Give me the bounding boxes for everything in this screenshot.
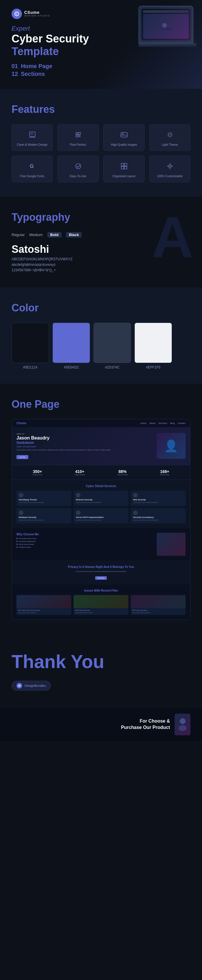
logo-name: CSume xyxy=(24,10,50,15)
preview-service-icon-6 xyxy=(133,511,138,515)
feature-card-3: High-Quality Images xyxy=(103,124,145,151)
preview-why-item-4: Incididunt ut labore xyxy=(16,546,154,548)
font-uppercase: ABCDEFGHIJKLMNOPQRSTUVWXYZ xyxy=(11,256,191,262)
page-preview: CSume Home About Services Blog Contact H… xyxy=(11,419,191,620)
feature-label-1: Clean & Modern Design xyxy=(17,143,47,146)
thankyou-title: Thank You xyxy=(11,652,191,672)
why-label-4: Incididunt ut labore xyxy=(19,546,31,548)
swatch-box-4 xyxy=(134,323,172,363)
preview-service-desc-2: Lorem ipsum dolor sit amet consectetur xyxy=(76,501,126,504)
preview-logo: CSume xyxy=(16,422,26,425)
svg-rect-1 xyxy=(160,28,172,30)
preview-services-title: Cyber Shield Services xyxy=(16,485,186,488)
swatch-label-2: #5E6AD2 xyxy=(64,365,78,369)
preview-issue-img-1 xyxy=(16,595,71,608)
preview-issue-desc-1: Lorem ipsum dolor sit amet... xyxy=(18,612,70,614)
preview-hero-text: Hello I'm Jason Beaudry Saskatoon Cyber … xyxy=(16,433,153,459)
preview-issue-img-2 xyxy=(73,595,129,608)
footer-avatar xyxy=(175,714,191,735)
hero-stat2-num: 12 xyxy=(11,71,18,77)
preview-hero-image xyxy=(157,433,186,459)
svg-line-19 xyxy=(168,136,169,137)
footer-section: For Choose & Purchase Our Product xyxy=(0,708,202,741)
hero-content: Expert Cyber Security Template 01 Home P… xyxy=(11,25,110,77)
preview-service-name-4: Database Security xyxy=(19,516,69,518)
preview-hero: Hello I'm Jason Beaudry Saskatoon Cyber … xyxy=(12,427,190,465)
swatch-label-4: #EFF1F5 xyxy=(146,365,161,369)
font-name: Satoshi xyxy=(11,243,191,255)
color-swatch-2: #5E6AD2 xyxy=(52,323,90,369)
swatch-label-1: #0D111A xyxy=(23,365,38,369)
preview-stat2-label: Happy Clients xyxy=(75,474,85,476)
features-grid: Clean & Modern Design Pixel Perfect xyxy=(11,124,191,182)
svg-line-16 xyxy=(168,133,169,133)
feature-card-8: 100% Customizable xyxy=(149,156,191,182)
svg-point-27 xyxy=(169,165,170,167)
feature-card-1: Clean & Modern Design xyxy=(11,124,53,151)
preview-stat-4: 168+ Awards Won xyxy=(160,469,170,476)
preview-why-item-3: Sed do eiusmod tempor xyxy=(16,543,154,545)
hero-title: Cyber Security xyxy=(11,33,110,45)
preview-service-desc-1: Lorem ipsum dolor sit amet consectetur xyxy=(19,501,69,504)
easy-to-use-icon xyxy=(73,161,83,172)
feature-card-2: Pixel Perfect xyxy=(57,124,99,151)
preview-service-5: Secure Wi-Fi Implementation Lorem ipsum … xyxy=(73,508,129,523)
feature-label-7: Organised Layout xyxy=(113,174,135,178)
designbundle-badge: DesignBundles xyxy=(11,681,51,690)
laptop-screen-content xyxy=(142,9,191,40)
organised-layout-icon xyxy=(119,161,129,172)
preview-service-desc-4: Lorem ipsum dolor sit amet consectetur xyxy=(19,519,69,521)
preview-stat-3: 88% Success Rate xyxy=(117,469,128,476)
preview-issues-title: Issues With Recent Files xyxy=(16,589,186,592)
light-theme-icon xyxy=(165,130,175,140)
preview-stat4-label: Awards Won xyxy=(160,474,170,476)
onepage-section: One Page CSume Home About Services Blog … xyxy=(0,384,202,634)
footer-cta-line1: For Choose & xyxy=(121,718,170,724)
svg-rect-8 xyxy=(78,135,81,137)
color-section: Color #0D111A #5E6AD2 #2D374C #EFF1F5 xyxy=(0,288,202,384)
preview-stat1-label: Project Done xyxy=(32,474,43,476)
feature-label-4: Light Theme xyxy=(162,143,178,146)
svg-line-18 xyxy=(172,133,172,133)
preview-stat1-num: 350+ xyxy=(32,469,43,474)
preview-service-name-6: Security Consultancy xyxy=(133,516,183,518)
preview-privacy-btn: Read More xyxy=(95,576,107,580)
hero-stat-2: 12 Sections xyxy=(11,71,110,77)
hero-stat1-label: Home Page xyxy=(21,63,52,69)
svg-line-17 xyxy=(172,136,172,137)
preview-stat2-num: 410+ xyxy=(75,469,85,474)
hero-stat-1: 01 Home Page xyxy=(11,63,110,70)
preview-nav-contact: Contact xyxy=(178,422,186,425)
preview-service-icon-4 xyxy=(19,511,23,515)
weight-bold: Bold xyxy=(47,232,62,237)
why-dot-1 xyxy=(16,538,17,539)
logo-text: CSume DESIGN STUDIO xyxy=(24,10,50,18)
clean-design-icon xyxy=(27,130,38,140)
preview-issues: Issues With Recent Files GPT Hack Securi… xyxy=(12,584,190,620)
svg-point-21 xyxy=(76,164,81,169)
svg-rect-23 xyxy=(124,163,127,166)
svg-rect-5 xyxy=(76,132,78,134)
preview-header: CSume Home About Services Blog Contact xyxy=(12,419,190,427)
customizable-icon xyxy=(165,161,175,172)
svg-point-30 xyxy=(179,725,187,731)
feature-card-5: G Free Google Fonts xyxy=(11,156,53,182)
preview-stat-1: 350+ Project Done xyxy=(32,469,43,476)
feature-label-8: 100% Customizable xyxy=(157,174,183,178)
feature-card-7: Organised Layout xyxy=(103,156,145,182)
preview-issue-body-1: GPT Hack Security System Lorem ipsum dol… xyxy=(16,608,71,615)
feature-label-6: Easy-To-Use xyxy=(70,174,86,178)
svg-rect-25 xyxy=(124,167,127,169)
preview-stats: 350+ Project Done 410+ Happy Clients 88%… xyxy=(12,465,190,480)
preview-services-grid: Identifying Threats Lorem ipsum dolor si… xyxy=(16,491,186,523)
laptop-screen-bar xyxy=(143,10,189,13)
preview-service-1: Identifying Threats Lorem ipsum dolor si… xyxy=(16,491,71,506)
preview-nav: Home About Services Blog Contact xyxy=(140,422,186,425)
color-swatch-3: #2D374C xyxy=(94,323,131,369)
preview-privacy-desc: Lorem ipsum dolor sit amet, consectetur … xyxy=(16,571,186,572)
preview-services: Cyber Shield Services Identifying Threat… xyxy=(12,480,190,528)
font-numbers: 1234567890~!@#$%^&*()_+ xyxy=(11,267,191,273)
preview-nav-about: About xyxy=(150,422,156,425)
svg-point-11 xyxy=(169,133,172,136)
preview-issue-desc-3: Lorem ipsum dolor sit amet... xyxy=(132,612,184,614)
